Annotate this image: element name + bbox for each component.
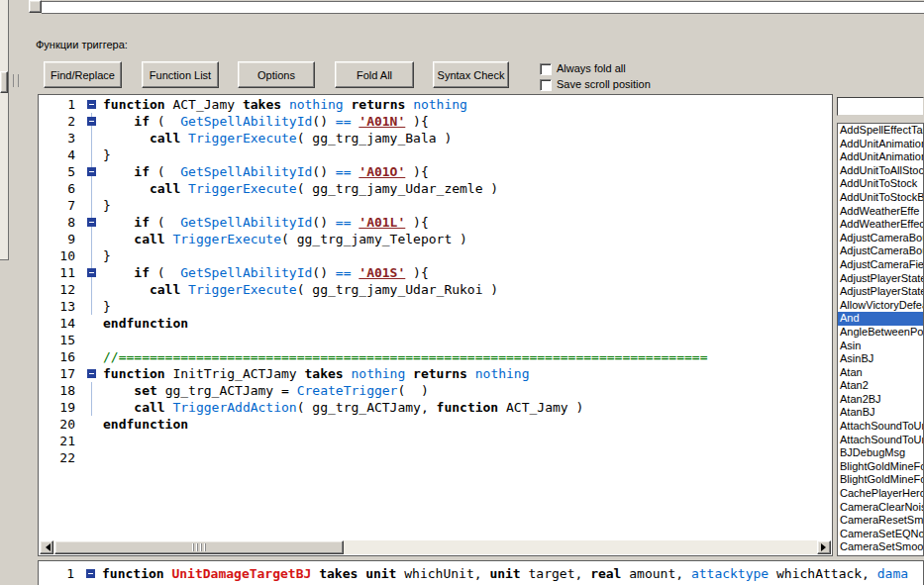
code-editor[interactable]: 1function ACT_Jamy takes nothing returns… [38, 94, 833, 556]
function-list-item[interactable]: BJDebugMsg [838, 446, 923, 460]
code-text[interactable]: function InitTrig_ACTJamy takes nothing … [103, 365, 530, 382]
options-button[interactable]: Options [238, 61, 315, 88]
code-text[interactable]: } [103, 146, 111, 163]
function-list-item[interactable]: AddUnitToStockB [838, 191, 923, 205]
function-list-item[interactable]: AddWeatherEffe [838, 205, 923, 219]
top-scrollbar-track[interactable] [42, 1, 924, 14]
function-list-item[interactable]: Atan2BJ [838, 393, 923, 407]
left-scrollbar-thumb[interactable] [0, 71, 8, 93]
function-list-item[interactable]: AdjustPlayerState [838, 285, 923, 299]
fold-collapse-icon[interactable] [87, 369, 96, 378]
function-list-item[interactable]: AddUnitToStock [838, 177, 923, 191]
code-text[interactable]: call TriggerExecute( gg_trg_jamy_Bala ) [103, 130, 452, 146]
left-scrollbar-track[interactable] [0, 0, 9, 260]
fold-collapse-icon[interactable] [87, 268, 96, 277]
code-text[interactable]: endfunction [103, 315, 188, 332]
code-token [103, 215, 134, 230]
code-token: if [134, 114, 156, 129]
code-text[interactable]: if ( GetSpellAbilityId() == 'A01N' ){ [103, 113, 429, 130]
code-text[interactable]: } [103, 197, 111, 214]
function-list-item[interactable]: Atan [838, 366, 923, 380]
function-list-item[interactable]: AdjustCameraFiel [838, 258, 923, 272]
code-text[interactable]: } [103, 247, 111, 264]
fold-collapse-icon[interactable] [86, 569, 95, 578]
function-list-item[interactable]: AdjustPlayerState [838, 272, 923, 286]
line-number: 21 [40, 433, 79, 449]
code-token: unit [489, 566, 520, 581]
function-list-item[interactable]: BlightGoldMineFor [838, 460, 923, 474]
fold-margin [78, 565, 102, 582]
code-text[interactable]: call TriggerExecute( gg_trg_jamy_Telepor… [103, 231, 467, 247]
function-list-item[interactable]: CachePlayerHero [838, 487, 923, 501]
function-list-item[interactable]: Atan2 [838, 379, 923, 393]
line-number: 18 [40, 382, 79, 399]
function-list-item[interactable]: AddUnitAnimatior [838, 138, 923, 151]
always-fold-all-label[interactable]: Always fold all [557, 62, 626, 74]
code-text[interactable]: call TriggerExecute( gg_trg_jamy_Udar_ze… [103, 180, 498, 197]
fold-margin [79, 180, 103, 197]
fold-collapse-icon[interactable] [87, 100, 96, 109]
function-list-item[interactable]: Asin [838, 340, 923, 353]
top-scrollbar-corner[interactable] [29, 0, 42, 13]
code-text[interactable]: if ( GetSpellAbilityId() == 'A01O' ){ [103, 163, 429, 180]
function-list-item[interactable]: AngleBetweenPoi [838, 326, 923, 340]
fold-collapse-icon[interactable] [87, 218, 96, 227]
line-number: 19 [40, 399, 79, 416]
fold-collapse-icon[interactable] [87, 167, 96, 176]
save-scroll-position-checkbox[interactable] [540, 79, 552, 91]
fold-all-button[interactable]: Fold All [335, 61, 414, 88]
code-text[interactable]: if ( GetSpellAbilityId() == 'A01S' ){ [103, 264, 429, 281]
function-list-item[interactable]: AddUnitAnimatior [838, 150, 923, 164]
horizontal-scrollbar[interactable] [40, 540, 831, 554]
function-list-item[interactable]: CameraSetSmoot [838, 540, 923, 554]
find-replace-button[interactable]: Find/Replace [44, 61, 122, 88]
function-list-item[interactable]: And [838, 312, 923, 326]
code-token: function [437, 400, 506, 415]
code-token [103, 114, 134, 129]
secondary-code-text-area[interactable]: 1function UnitDamageTargetBJ takes unit … [39, 565, 923, 585]
code-text[interactable]: call TriggerExecute( gg_trg_jamy_Udar_Ru… [103, 281, 498, 298]
function-list-item[interactable]: BlightGoldMineFor [838, 473, 923, 487]
scroll-right-button[interactable] [817, 540, 831, 554]
fold-collapse-icon[interactable] [87, 117, 96, 126]
function-list-item[interactable]: AddWeatherEffec [838, 218, 923, 232]
code-text[interactable]: set gg_trg_ACTJamy = CreateTrigger( ) [103, 382, 429, 399]
code-token: endfunction [103, 316, 188, 331]
code-text[interactable]: } [103, 298, 111, 315]
fold-margin [79, 264, 103, 281]
function-list-item[interactable]: AsinBJ [838, 352, 923, 366]
save-scroll-position-label[interactable]: Save scroll position [557, 78, 651, 90]
code-token: TriggerAddAction [172, 400, 296, 415]
function-list-item[interactable]: AttachSoundToUr [838, 434, 923, 447]
function-list-item[interactable]: AllowVictoryDefea [838, 299, 923, 313]
scroll-left-button[interactable] [40, 540, 53, 554]
function-list-item[interactable]: AdjustCameraBou [838, 232, 923, 245]
code-token: amount, [621, 566, 690, 581]
function-list-item[interactable]: AddUnitToAllStoc [838, 164, 923, 178]
code-text[interactable]: function ACT_Jamy takes nothing returns … [103, 96, 467, 113]
function-list-button[interactable]: Function List [142, 61, 219, 88]
function-list-item[interactable]: CameraResetSmo [838, 514, 923, 528]
function-list-item[interactable]: CameraSetEQNois [838, 528, 923, 541]
code-text[interactable]: if ( GetSpellAbilityId() == 'A01L' ){ [103, 214, 429, 231]
syntax-check-button[interactable]: Syntax Check [433, 61, 509, 88]
function-list-item[interactable]: AdjustCameraBou [838, 244, 923, 258]
function-search-input[interactable] [837, 97, 924, 116]
secondary-code-pane[interactable]: 1function UnitDamageTargetBJ takes unit … [38, 560, 924, 585]
function-list-item[interactable]: AttachSoundToUr [838, 420, 923, 434]
code-text[interactable]: call TriggerAddAction( gg_trg_ACTJamy, f… [103, 399, 583, 416]
scrollbar-thumb[interactable] [54, 540, 344, 554]
fold-margin [79, 130, 103, 146]
splitter-grip-icon[interactable] [13, 74, 19, 87]
code-editor-text-area[interactable]: 1function ACT_Jamy takes nothing returns… [40, 96, 831, 540]
always-fold-all-checkbox[interactable] [540, 63, 552, 75]
line-number: 11 [40, 264, 79, 281]
code-text[interactable]: //======================================… [103, 348, 707, 365]
code-token: function [102, 566, 171, 581]
function-list-item[interactable]: CameraClearNois [838, 501, 923, 515]
function-list-item[interactable]: AddSpellEffectTar [838, 124, 923, 138]
code-text[interactable]: endfunction [103, 416, 188, 433]
code-token: if [134, 164, 156, 179]
function-list-item[interactable]: AtanBJ [838, 406, 923, 420]
code-text[interactable]: function UnitDamageTargetBJ takes unit w… [102, 565, 908, 582]
